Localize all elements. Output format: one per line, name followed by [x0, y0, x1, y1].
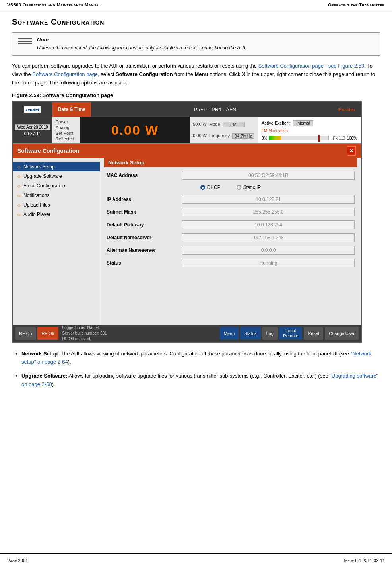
analog-label: Analog	[56, 125, 77, 130]
power-label: Power	[56, 119, 77, 124]
dhcp-option[interactable]: DHCP	[200, 185, 221, 190]
fm-marker-label: +Pk:113	[330, 136, 345, 140]
nameserver-label: Default Nameserver	[107, 235, 182, 240]
bullet-term-1: Network Setup:	[21, 351, 59, 357]
alt-nameserver-value[interactable]: 0.0.0.0	[182, 246, 355, 255]
status-value: Running	[182, 259, 355, 267]
default-gateway-row: Default Gateway 10.0.128.254	[104, 220, 357, 229]
default-nameserver-row: Default Nameserver 192.168.1.248	[104, 233, 357, 242]
static-ip-option[interactable]: Static IP	[237, 185, 261, 190]
date-time-tab[interactable]: Date & Time	[52, 102, 91, 117]
nameserver-value[interactable]: 192.168.1.248	[182, 233, 355, 242]
upgrade-software-link[interactable]: "Upgrading software" on page 2-68	[21, 373, 378, 387]
setpoint-row: 50.0 W Mode FM	[193, 122, 254, 127]
freq-label: Frequency	[209, 133, 230, 139]
bullet-text-1: Network Setup: The AUI allows viewing of…	[21, 350, 380, 366]
fm-bar-marker	[318, 135, 320, 142]
sidebar-item-upload-files[interactable]: ◇ Upload Files	[13, 200, 100, 210]
sw-config-link2[interactable]: Software Configuration page	[32, 71, 98, 77]
logged-info: Logged in as: Nautel. Server build numbe…	[60, 325, 218, 342]
time-display: 09:37:11	[24, 131, 41, 136]
local-remote-button[interactable]: Local Remote	[279, 327, 303, 340]
logged-line1: Logged in as: Nautel.	[62, 325, 216, 331]
diamond-icon-1: ◇	[17, 165, 21, 169]
mode-label: Mode	[209, 122, 220, 127]
active-exciter-row: Active Exciter : Internal	[262, 120, 357, 126]
sw-config-close-button[interactable]: ✕	[347, 146, 356, 156]
bullet-term-2: Upgrade Software:	[21, 373, 68, 379]
sw-config-body: ◇ Network Setup ◇ Upgrade Software ◇ Ema…	[13, 158, 361, 325]
sidebar-item-notifications[interactable]: ◇ Notifications	[13, 191, 100, 200]
note-text: Note: Unless otherwise noted, the follow…	[37, 37, 246, 51]
log-button[interactable]: Log	[262, 327, 278, 340]
ip-value[interactable]: 10.0.128.21	[182, 195, 355, 204]
rf-off-button[interactable]: RF Off	[37, 327, 58, 340]
page-header: VS300 Operations and Maintenance Manual …	[0, 0, 392, 10]
content-header: Network Setup	[104, 158, 357, 167]
reset-button[interactable]: Reset	[304, 327, 323, 340]
tx-topbar: nautel Date & Time Preset: PR1 - AES Exc…	[13, 102, 361, 117]
fm-bar-container: 0% +Pk:113 160%	[262, 136, 357, 140]
diamond-icon-2: ◇	[17, 174, 21, 179]
network-setup-link[interactable]: "Network setup" on page 2-64	[21, 351, 371, 365]
static-ip-label: Static IP	[243, 185, 261, 190]
power-value: 0.00 W	[80, 117, 190, 143]
gateway-value[interactable]: 10.0.128.254	[182, 220, 355, 229]
sidebar-item-network-setup[interactable]: ◇ Network Setup	[13, 162, 100, 171]
reflected-row: 0.00 W Frequency 94.7MHz	[193, 133, 254, 139]
preset-label: Preset: PR1 - AES	[92, 107, 338, 113]
tx-midbar: Wed Apr 28 2010 09:37:11 Power Analog Se…	[13, 117, 361, 144]
subnet-value[interactable]: 255.255.255.0	[182, 208, 355, 216]
fm-bar	[269, 136, 329, 140]
bullet-item-1: • Network Setup: The AUI allows viewing …	[12, 350, 380, 366]
tx-mid-left: Wed Apr 28 2010 09:37:11	[13, 117, 52, 143]
sw-config-link1[interactable]: Software Configuration page - see Figure…	[258, 63, 364, 69]
reflected-val: 0.00 W	[193, 133, 207, 139]
tx-content-area: Network Setup MAC Address 00:50:C2:59:44…	[100, 158, 361, 325]
change-user-button[interactable]: Change User	[325, 327, 359, 340]
sidebar-item-upgrade-software[interactable]: ◇ Upgrade Software	[13, 171, 100, 181]
diamond-icon-6: ◇	[17, 212, 21, 217]
exciter-tab[interactable]: Exciter	[338, 107, 361, 113]
mac-label: MAC Address	[107, 173, 182, 178]
tx-sidebar: ◇ Network Setup ◇ Upgrade Software ◇ Ema…	[13, 158, 100, 325]
page-content: Software Configuration Note: Unless othe…	[0, 10, 392, 402]
note-box: Note: Unless otherwise noted, the follow…	[12, 32, 380, 56]
body-paragraph: You can perform software upgrades to the…	[12, 62, 380, 87]
setpoint-val: 50.0 W	[193, 122, 207, 127]
alt-nameserver-row: Alternate Nameserver 0.0.0.0	[104, 246, 357, 255]
rf-on-button[interactable]: RF On	[15, 327, 36, 340]
tx-exciter-area: Active Exciter : Internal FM Modulation …	[258, 117, 361, 143]
ip-label: IP Address	[107, 197, 182, 202]
sidebar-item-audio-player[interactable]: ◇ Audio Player	[13, 210, 100, 219]
sidebar-label-1: Network Setup	[23, 164, 55, 170]
status-button[interactable]: Status	[240, 327, 260, 340]
mac-address-row: MAC Address 00:50:C2:59:44:1B	[104, 171, 357, 180]
bullet-item-2: • Upgrade Software: Allows for uploading…	[12, 372, 380, 389]
remote-label: Remote	[283, 333, 299, 339]
footer-left: Page 2-62	[7, 558, 27, 563]
note-body: Unless otherwise noted, the following fu…	[37, 44, 246, 51]
dhcp-static-row: DHCP Static IP	[104, 184, 357, 191]
dhcp-radio[interactable]	[200, 185, 205, 190]
sw-config-panel: Software Configuration ✕ ◇ Network Setup…	[13, 144, 361, 325]
sidebar-item-email-config[interactable]: ◇ Email Configuration	[13, 181, 100, 191]
menu-button[interactable]: Menu	[220, 327, 239, 340]
static-ip-radio[interactable]	[237, 185, 241, 190]
active-exciter-label: Active Exciter :	[262, 121, 291, 125]
mode-val: FM	[223, 122, 245, 127]
status-row: Status Running	[104, 259, 357, 267]
reflected-label: Reflected	[56, 136, 77, 141]
diamond-icon-5: ◇	[17, 203, 21, 207]
fm-bar-fill	[269, 136, 281, 140]
sidebar-label-3: Email Configuration	[23, 183, 65, 189]
status-label: Status	[107, 260, 182, 266]
diamond-icon-4: ◇	[17, 193, 21, 198]
sidebar-label-5: Upload Files	[23, 202, 50, 208]
logged-line2: Server build number: 831	[62, 331, 216, 336]
dhcp-label: DHCP	[207, 185, 221, 190]
bullet-section: • Network Setup: The AUI allows viewing …	[12, 350, 380, 388]
fm-pct-right: 160%	[347, 136, 357, 140]
section-title: Software Configuration	[12, 18, 380, 27]
exciter-badge: Internal	[293, 120, 313, 126]
